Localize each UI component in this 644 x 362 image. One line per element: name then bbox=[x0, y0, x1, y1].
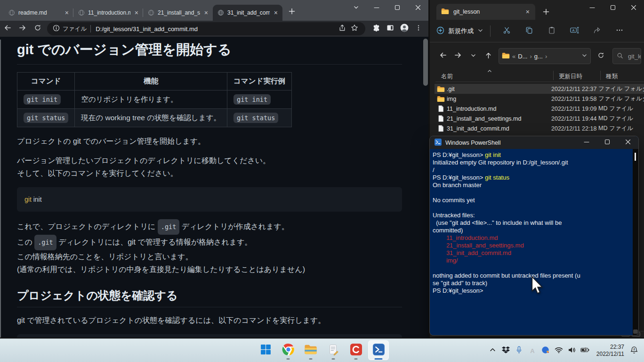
forward-button[interactable] bbox=[451, 49, 466, 64]
maximize-button[interactable] bbox=[603, 0, 623, 16]
taskbar-clock[interactable]: 22:37 2022/12/11 bbox=[593, 344, 627, 358]
rename-button[interactable]: A bbox=[565, 23, 584, 40]
column-header-type[interactable]: 種類 bbox=[606, 73, 618, 81]
scroll-down-button[interactable] bbox=[633, 329, 638, 334]
back-button[interactable] bbox=[0, 22, 15, 36]
mic-button[interactable] bbox=[514, 344, 525, 358]
tab-search-button[interactable] bbox=[346, 0, 366, 16]
dropbox-button[interactable] bbox=[500, 344, 512, 358]
powershell-titlebar[interactable]: Windows PowerShell bbox=[430, 136, 638, 149]
close-button[interactable] bbox=[623, 0, 644, 16]
reload-button[interactable] bbox=[30, 22, 45, 36]
share-button[interactable] bbox=[588, 23, 606, 40]
file-row[interactable]: 11_introduction.md2022/12/11 19:09MD ファイ… bbox=[435, 104, 644, 114]
divider[interactable] bbox=[553, 71, 554, 80]
breadcrumb-chevrons[interactable]: « bbox=[512, 53, 515, 60]
terminal-line bbox=[433, 204, 633, 212]
tab-close-icon[interactable]: × bbox=[64, 9, 70, 16]
battery-button[interactable] bbox=[580, 344, 591, 358]
more-button[interactable] bbox=[610, 23, 629, 40]
search-box[interactable]: git_les bbox=[612, 48, 641, 64]
forward-button[interactable] bbox=[15, 22, 30, 36]
menu-button[interactable] bbox=[411, 23, 426, 35]
tab-close-icon[interactable]: × bbox=[525, 8, 531, 15]
explorer-command-bar: 新規作成 A bbox=[430, 20, 644, 42]
maximize-button[interactable] bbox=[387, 0, 408, 16]
scrollbar[interactable] bbox=[633, 149, 638, 335]
share-button[interactable] bbox=[336, 23, 348, 35]
taskbar-start-button[interactable] bbox=[255, 340, 276, 360]
terminal-text: se "git add" to track) bbox=[433, 280, 487, 287]
refresh-button[interactable] bbox=[593, 49, 609, 64]
paste-button[interactable] bbox=[542, 23, 561, 40]
profile-button[interactable] bbox=[397, 23, 411, 35]
taskbar-chrome-button[interactable] bbox=[278, 340, 298, 360]
explorer-new-tab-button[interactable] bbox=[539, 6, 553, 20]
browser-tabstrip: readme.md×11_introduction.m×21_install_a… bbox=[0, 0, 428, 21]
chevron-right-icon: › bbox=[530, 53, 531, 60]
tab-close-icon[interactable]: × bbox=[203, 9, 209, 16]
side-panel-button[interactable] bbox=[383, 23, 397, 35]
breadcrumb-root[interactable]: D... bbox=[518, 53, 527, 60]
browser-tab[interactable]: readme.md× bbox=[4, 5, 73, 21]
chevron-up-button[interactable] bbox=[487, 344, 499, 358]
extensions-button[interactable] bbox=[369, 23, 383, 35]
breadcrumb-folder[interactable]: g... bbox=[534, 53, 543, 60]
terminal-text: img/ bbox=[433, 257, 458, 264]
explorer-tab[interactable]: git_lesson × bbox=[436, 4, 535, 20]
taskbar-notepad-button[interactable] bbox=[323, 340, 344, 360]
notifications-button[interactable]: z bbox=[629, 344, 640, 358]
maximize-button[interactable] bbox=[597, 136, 618, 149]
inline-code: git status bbox=[233, 113, 278, 123]
address-bar[interactable]: ファイル D:/git_lesson/31_init_add_commit.md bbox=[47, 22, 365, 35]
tab-close-icon[interactable]: × bbox=[273, 9, 279, 16]
sphere-button[interactable] bbox=[540, 344, 551, 358]
paragraph: プロジェクトの git でのバージョン管理を開始します。 bbox=[17, 135, 402, 148]
tab-close-icon[interactable]: × bbox=[134, 9, 139, 16]
terminal-line: Untracked files: bbox=[433, 212, 633, 219]
copy-button[interactable] bbox=[520, 23, 539, 40]
notepad-icon bbox=[328, 344, 339, 357]
column-header-date[interactable]: 更新日時 bbox=[559, 73, 582, 81]
new-tab-button[interactable] bbox=[285, 6, 298, 19]
divider[interactable] bbox=[600, 71, 601, 80]
wifi-button[interactable] bbox=[553, 344, 564, 358]
back-button[interactable] bbox=[435, 49, 451, 64]
ime-indicator[interactable]: A bbox=[527, 344, 538, 358]
side-panel-icon bbox=[386, 24, 394, 33]
new-item-button[interactable]: 新規作成 bbox=[436, 26, 483, 36]
browser-tab[interactable]: 31_init_add_comm× bbox=[213, 5, 282, 21]
bookmark-button[interactable] bbox=[348, 23, 361, 35]
scrollbar[interactable] bbox=[423, 38, 428, 337]
taskbar-powershell-button[interactable] bbox=[368, 340, 389, 360]
up-button[interactable] bbox=[481, 49, 496, 64]
folder-icon bbox=[435, 86, 447, 92]
recent-locations-button[interactable] bbox=[466, 49, 481, 64]
breadcrumb[interactable]: « D... › g... › bbox=[499, 48, 591, 64]
file-row[interactable]: .git2022/12/11 22:37ファイル フォルダー bbox=[435, 84, 644, 94]
scrollbar-thumb[interactable] bbox=[635, 153, 636, 161]
close-button[interactable] bbox=[618, 136, 638, 149]
file-row[interactable]: 21_install_and_seettings.md2022/12/11 19… bbox=[435, 114, 644, 123]
file-row[interactable]: 31_init_add_commit.md2022/12/11 22:18MD … bbox=[435, 123, 644, 133]
wifi-icon bbox=[555, 346, 563, 355]
minimize-button[interactable] bbox=[576, 136, 597, 149]
close-button[interactable] bbox=[408, 0, 428, 16]
column-header-name[interactable]: 名前 bbox=[441, 73, 453, 81]
file-row[interactable]: img2022/12/11 19:58ファイル フォルダー bbox=[435, 94, 644, 104]
command-table: コマンド機能コマンド実行例 git init空のリポジトリを作ります。git i… bbox=[17, 72, 292, 127]
minimize-button[interactable] bbox=[366, 0, 387, 16]
refresh-icon bbox=[597, 52, 604, 61]
minimize-button[interactable] bbox=[582, 0, 603, 16]
scrollbar-thumb[interactable] bbox=[423, 39, 428, 86]
terminal-text: No commits yet bbox=[433, 197, 475, 204]
terminal-output[interactable]: PS D:¥git_lesson> git initInitialized em… bbox=[430, 149, 633, 335]
explorer-tab-title: git_lesson bbox=[453, 8, 521, 15]
browser-tab[interactable]: 11_introduction.m× bbox=[73, 5, 143, 21]
volume-button[interactable] bbox=[566, 344, 578, 358]
browser-tab[interactable]: 21_install_and_se× bbox=[143, 5, 213, 21]
taskbar-explorer-button[interactable] bbox=[300, 340, 321, 360]
divider bbox=[90, 25, 91, 33]
taskbar-camtasia-button[interactable] bbox=[346, 340, 366, 360]
cut-button[interactable] bbox=[497, 23, 516, 40]
